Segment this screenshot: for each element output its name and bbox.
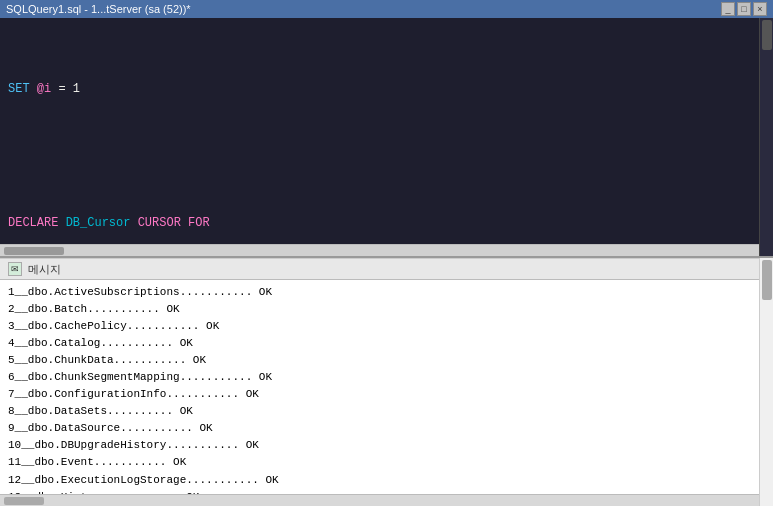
window-title: SQLQuery1.sql - 1...tServer (sa (52))* (6, 3, 191, 15)
sql-vertical-scrollbar[interactable] (759, 18, 773, 256)
msg-line-4: 4__dbo.Catalog........... OK (8, 335, 751, 352)
messages-pane-wrapper: ✉ 메시지 1__dbo.ActiveSubscriptions........… (0, 258, 773, 506)
sql-line-2 (8, 137, 751, 156)
sql-editor-pane: SET @i = 1 DECLARE DB_Cursor CURSOR FOR … (0, 18, 773, 258)
sql-line-1: SET @i = 1 (8, 80, 751, 99)
messages-vscroll-thumb[interactable] (762, 260, 772, 300)
msg-line-3: 3__dbo.CachePolicy........... OK (8, 318, 751, 335)
msg-line-8: 8__dbo.DataSets.......... OK (8, 403, 751, 420)
msg-line-9: 9__dbo.DataSource........... OK (8, 420, 751, 437)
messages-pane: ✉ 메시지 1__dbo.ActiveSubscriptions........… (0, 258, 759, 506)
msg-line-1: 1__dbo.ActiveSubscriptions........... OK (8, 284, 751, 301)
close-button[interactable]: × (753, 2, 767, 16)
sql-hscroll-thumb[interactable] (4, 247, 64, 255)
sql-horizontal-scrollbar[interactable] (0, 244, 759, 256)
messages-header: ✉ 메시지 (0, 258, 759, 280)
messages-horizontal-scrollbar[interactable] (0, 494, 759, 506)
msg-line-11: 11__dbo.Event........... OK (8, 454, 751, 471)
sql-line-3: DECLARE DB_Cursor CURSOR FOR (8, 214, 751, 233)
msg-line-6: 6__dbo.ChunkSegmentMapping........... OK (8, 369, 751, 386)
msg-line-5: 5__dbo.ChunkData........... OK (8, 352, 751, 369)
msg-line-7: 7__dbo.ConfigurationInfo........... OK (8, 386, 751, 403)
sql-editor-main[interactable]: SET @i = 1 DECLARE DB_Cursor CURSOR FOR … (0, 18, 759, 256)
minimize-button[interactable]: _ (721, 2, 735, 16)
sql-vscroll-thumb[interactable] (762, 20, 772, 50)
messages-hscroll-thumb[interactable] (4, 497, 44, 505)
messages-vertical-scrollbar[interactable] (759, 258, 773, 506)
messages-title: 메시지 (28, 262, 61, 277)
messages-content[interactable]: 1__dbo.ActiveSubscriptions........... OK… (0, 280, 759, 494)
msg-line-10: 10__dbo.DBUpgradeHistory........... OK (8, 437, 751, 454)
maximize-button[interactable]: □ (737, 2, 751, 16)
msg-line-2: 2__dbo.Batch........... OK (8, 301, 751, 318)
sql-editor-content[interactable]: SET @i = 1 DECLARE DB_Cursor CURSOR FOR … (0, 18, 759, 256)
messages-icon: ✉ (8, 262, 22, 276)
title-bar: SQLQuery1.sql - 1...tServer (sa (52))* _… (0, 0, 773, 18)
window-controls[interactable]: _ □ × (721, 2, 767, 16)
msg-line-12: 12__dbo.ExecutionLogStorage........... O… (8, 472, 751, 489)
main-container: SET @i = 1 DECLARE DB_Cursor CURSOR FOR … (0, 18, 773, 506)
